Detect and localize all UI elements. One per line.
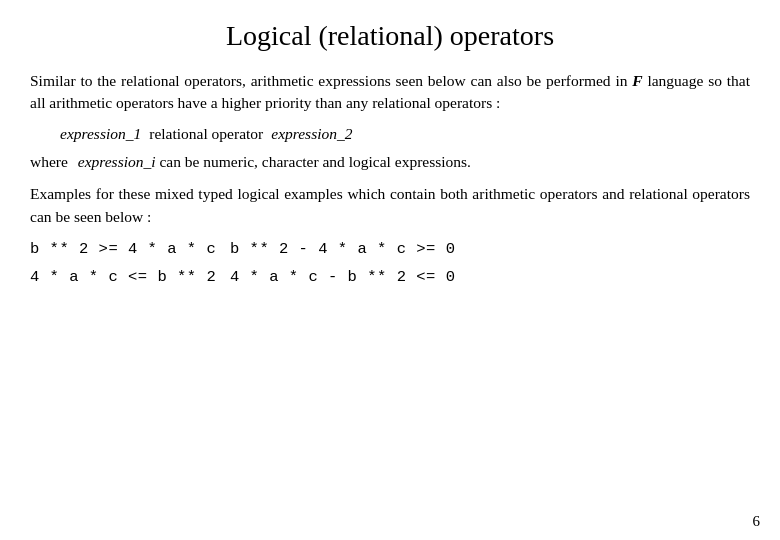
code-right-2: 4 * a * c - b ** 2 <= 0 (230, 264, 750, 292)
code-row-1: b ** 2 >= 4 * a * c b ** 2 - 4 * a * c >… (30, 236, 750, 264)
where-expression-i: expression_i (78, 153, 156, 170)
page-number: 6 (753, 513, 761, 530)
code-row-2: 4 * a * c <= b ** 2 4 * a * c - b ** 2 <… (30, 264, 750, 292)
para1-italic-F: F (632, 72, 642, 89)
code-left-1: b ** 2 >= 4 * a * c (30, 236, 230, 264)
expression-label-1: expression_1 (60, 125, 141, 143)
code-right-1: b ** 2 - 4 * a * c >= 0 (230, 236, 750, 264)
paragraph-1: Similar to the relational operators, ari… (30, 70, 750, 115)
code-examples: b ** 2 >= 4 * a * c b ** 2 - 4 * a * c >… (30, 236, 750, 292)
where-label: where (30, 153, 68, 170)
where-continuation: can be numeric, character and logical ex… (156, 153, 471, 170)
para1-text-start: Similar to the relational operators, ari… (30, 72, 632, 89)
slide-container: Logical (relational) operators Similar t… (0, 0, 780, 540)
expression-middle-text: relational operator (149, 125, 263, 143)
slide-title: Logical (relational) operators (30, 20, 750, 52)
where-paragraph: where expression_i can be numeric, chara… (30, 151, 750, 173)
code-left-2: 4 * a * c <= b ** 2 (30, 264, 230, 292)
expression-label-2: expression_2 (271, 125, 352, 143)
examples-paragraph: Examples for these mixed typed logical e… (30, 183, 750, 228)
expression-formula-line: expression_1 relational operator express… (60, 125, 750, 143)
